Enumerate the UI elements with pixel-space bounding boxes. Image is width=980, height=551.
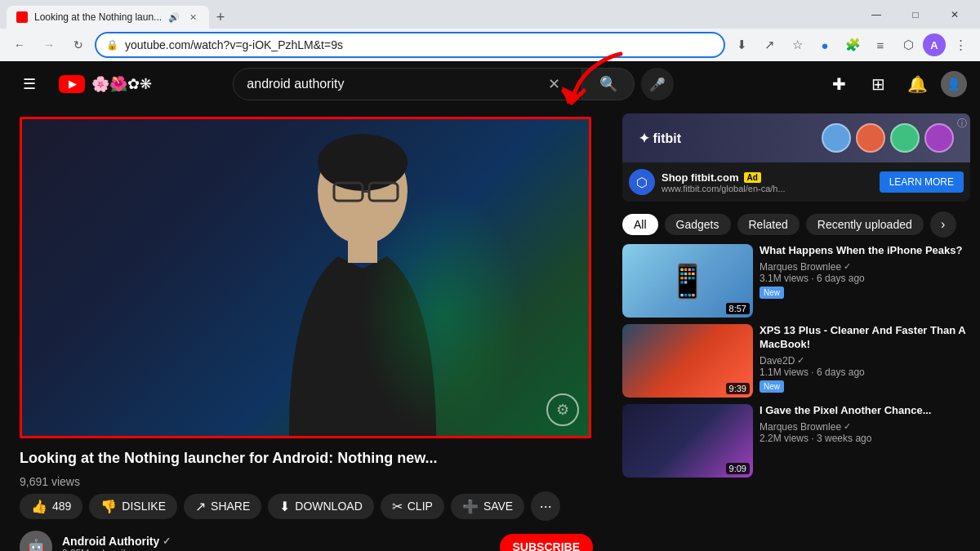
notifications-btn[interactable]: 🔔 [902, 68, 934, 100]
rec-meta-1: 1.1M views · 6 days ago [760, 367, 970, 378]
share-icon: ↗ [195, 499, 206, 514]
ad-url: www.fitbit.com/global/en-ca/h... [662, 184, 873, 193]
tab-bar: Looking at the Nothing laun... 🔊 ✕ + [7, 0, 853, 29]
save-btn[interactable]: ➕ SAVE [451, 494, 524, 519]
tab-audio-icon: 🔊 [168, 12, 180, 23]
tab-close-btn[interactable]: ✕ [186, 11, 199, 24]
rec-thumb-2: 9:09 [622, 404, 753, 478]
like-count: 489 [52, 500, 71, 513]
rec-duration-2: 9:09 [726, 463, 750, 474]
channel-name: Android Authority ✓ [62, 535, 490, 548]
active-tab[interactable]: Looking at the Nothing laun... 🔊 ✕ [7, 6, 209, 29]
rec-video-2[interactable]: 9:09 I Gave the Pixel Another Chance... … [622, 404, 970, 478]
yt-search-bar[interactable]: ✕ [233, 68, 582, 100]
ad-logo: ⬡ [629, 169, 655, 195]
dislike-btn[interactable]: 👎 DISLIKE [89, 494, 177, 519]
back-btn[interactable]: ← [7, 32, 33, 58]
yt-logo-icon: ▶ [59, 75, 85, 93]
channel-avatar[interactable]: 🤖 [20, 531, 52, 551]
like-btn[interactable]: 👍 489 [20, 494, 82, 519]
filter-all-btn[interactable]: All [622, 214, 658, 235]
minimize-btn[interactable]: — [858, 0, 895, 29]
download-btn[interactable]: ⬇ DOWNLOAD [268, 494, 373, 519]
fitbit-devices [822, 123, 954, 153]
address-text: youtube.com/watch?v=g-iOK_PzhLM&t=9s [125, 38, 714, 51]
clip-icon: ✂ [392, 499, 403, 514]
dislike-icon: 👎 [100, 499, 117, 514]
ad-banner: ⓘ ✦ fitbit ⬡ Shop [622, 113, 970, 202]
rec-thumb-0: 8:57 📱 8:57 [622, 244, 753, 318]
device-2 [856, 123, 885, 153]
voice-search-btn[interactable]: 🎤 [641, 68, 674, 100]
filter-arrow-btn[interactable]: › [930, 211, 956, 238]
yt-menu-btn[interactable]: ☰ [13, 68, 46, 100]
filter-gadgets-btn[interactable]: Gadgets [665, 214, 731, 235]
video-player[interactable]: ⚙ [20, 117, 591, 438]
address-bar: ← → ↻ 🔒 youtube.com/watch?v=g-iOK_PzhLM&… [0, 29, 980, 61]
rec-meta-2: 2.2M views · 3 weeks ago [760, 433, 970, 444]
ad-text: Shop fitbit.com Ad www.fitbit.com/global… [662, 171, 873, 193]
user-avatar[interactable]: 👤 [941, 71, 967, 97]
create-btn[interactable]: ✚ [823, 68, 856, 100]
close-btn[interactable]: ✕ [936, 0, 973, 29]
rec-info-0: What Happens When the iPhone Peaks? Marq… [760, 244, 970, 318]
like-icon: 👍 [31, 499, 47, 514]
refresh-btn[interactable]: ↻ [65, 32, 91, 58]
rec-new-badge-1: New [760, 380, 784, 393]
filter-recently-btn[interactable]: Recently uploaded [806, 214, 924, 235]
search-input[interactable] [247, 77, 532, 91]
rec-duration-0: 8:57 [726, 303, 750, 314]
rec-video-0[interactable]: 8:57 📱 8:57 What Happens When the iPhone… [622, 244, 970, 318]
channel-info: Android Authority ✓ 3.35M subscribers [62, 535, 490, 551]
clip-btn[interactable]: ✂ CLIP [381, 494, 444, 519]
share-btn[interactable]: ↗ [756, 32, 782, 58]
search-clear-btn[interactable]: ✕ [539, 69, 568, 99]
rec-new-badge-0: New [760, 287, 784, 299]
yt-logo[interactable]: ▶ 🌸🌺✿❋ [59, 75, 152, 93]
yt-header: ☰ ▶ 🌸🌺✿❋ ✕ 🔍 🎤 ✚ ⊞ 🔔 👤 [0, 61, 980, 107]
tab-favicon [16, 11, 28, 23]
fitbit-logo: ✦ fitbit [639, 131, 681, 146]
apps-btn[interactable]: ⊞ [862, 68, 895, 100]
filter-related-btn[interactable]: Related [737, 214, 800, 235]
lock-icon: 🔒 [106, 39, 118, 51]
device-3 [890, 123, 920, 153]
puzzle-btn[interactable]: 🧩 [840, 32, 866, 58]
clip-label: CLIP [408, 500, 433, 513]
subscribe-btn[interactable]: SUBSCRIBE [500, 534, 593, 551]
rec-channel-1: Dave2D ✓ [760, 355, 970, 367]
youtube-app: ☰ ▶ 🌸🌺✿❋ ✕ 🔍 🎤 ✚ ⊞ 🔔 👤 [0, 61, 980, 551]
profile-menu-btn[interactable]: ≡ [867, 32, 893, 58]
rec-info-2: I Gave the Pixel Another Chance... Marqu… [760, 404, 970, 478]
rec-video-1[interactable]: 9:39 XPS 13 Plus - Cleaner And Faster Th… [622, 324, 970, 398]
forward-btn[interactable]: → [36, 32, 62, 58]
channel-row: 🤖 Android Authority ✓ 3.35M subscribers … [20, 531, 593, 551]
address-input-wrap[interactable]: 🔒 youtube.com/watch?v=g-iOK_PzhLM&t=9s [95, 32, 725, 58]
dislike-label: DISLIKE [122, 500, 166, 513]
verified-badge: ✓ [163, 535, 171, 547]
bookmark-btn[interactable]: ☆ [784, 32, 810, 58]
save-label: SAVE [483, 500, 513, 513]
share-btn[interactable]: ↗ SHARE [184, 494, 261, 519]
ad-info-icon[interactable]: ⓘ [957, 117, 967, 131]
search-submit-btn[interactable]: 🔍 [582, 68, 635, 100]
cast-btn[interactable]: ⬡ [895, 32, 921, 58]
more-options-btn[interactable]: ··· [531, 491, 560, 521]
ad-title: Shop fitbit.com [662, 171, 739, 184]
extension-btn[interactable]: ● [812, 32, 838, 58]
profile-avatar[interactable]: A [923, 33, 946, 56]
share-label: SHARE [211, 500, 250, 513]
maximize-btn[interactable]: □ [897, 0, 934, 29]
video-thumbnail [22, 119, 589, 436]
toolbar-icons: ⬇ ↗ ☆ ● 🧩 ≡ ⬡ A ⋮ [728, 32, 973, 58]
chrome-menu-btn[interactable]: ⋮ [947, 32, 973, 58]
yt-search-wrap: ✕ 🔍 🎤 [233, 68, 674, 100]
learn-more-btn[interactable]: LEARN MORE [880, 171, 964, 193]
ad-info-row: ⬡ Shop fitbit.com Ad www.fitbit.com/glob… [622, 162, 970, 202]
download-page-btn[interactable]: ⬇ [728, 32, 755, 58]
device-1 [822, 123, 851, 153]
video-watermark: ⚙ [546, 393, 579, 426]
ad-badge: Ad [744, 172, 761, 183]
video-actions: 👍 489 👎 DISLIKE ↗ SHARE ⬇ DOWNLOAD ✂ [20, 491, 593, 521]
new-tab-btn[interactable]: + [209, 6, 232, 29]
